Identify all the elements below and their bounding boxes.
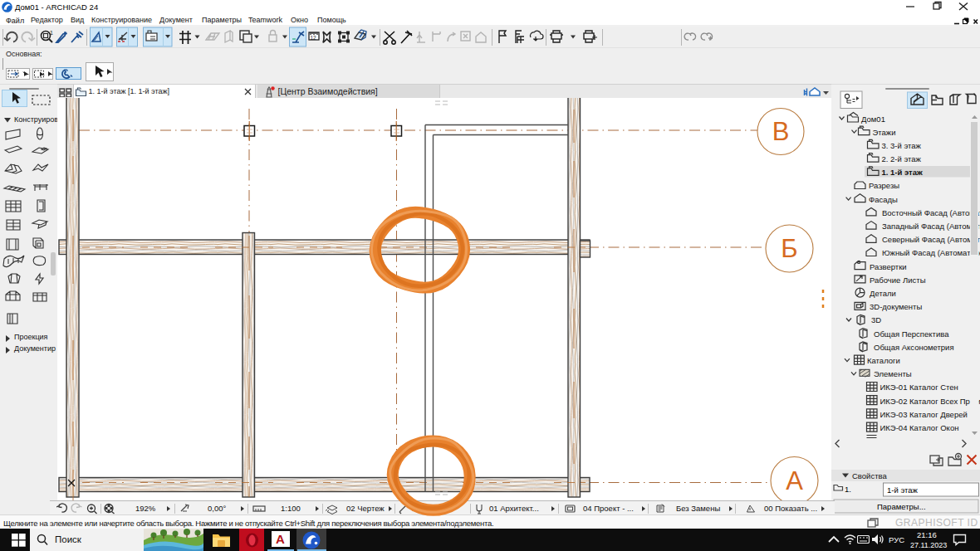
svg-text:Южный Фасад (Автоматическ: Южный Фасад (Автоматическ <box>882 248 980 257</box>
svg-text:Без Замены: Без Замены <box>676 504 720 513</box>
svg-text:Западный Фасад (Автоматиче: Западный Фасад (Автоматиче <box>882 222 980 231</box>
svg-text:Свойства: Свойства <box>852 471 887 480</box>
svg-text:1. 1-й этаж: 1. 1-й этаж <box>882 168 924 177</box>
svg-text:192%: 192% <box>135 504 156 513</box>
svg-text:Детали: Детали <box>870 289 896 298</box>
svg-text:1.: 1. <box>845 485 851 494</box>
svg-text:В: В <box>772 117 789 146</box>
svg-text:Б: Б <box>781 234 797 263</box>
svg-text:Элементы: Элементы <box>874 369 912 378</box>
svg-text:02 Чертеж: 02 Чертеж <box>346 504 385 513</box>
svg-text:12: 12 <box>311 34 317 40</box>
svg-text:3D: 3D <box>871 315 881 324</box>
svg-text:Дом01: Дом01 <box>861 115 885 124</box>
svg-text:Параметры...: Параметры... <box>877 502 926 511</box>
svg-text:Общая Перспектива: Общая Перспектива <box>874 329 949 339</box>
svg-text:ka Mo: ka Mo <box>412 504 434 513</box>
svg-text:ИКЭ-01 Каталог Стен: ИКЭ-01 Каталог Стен <box>880 383 958 392</box>
svg-text:Развертки: Развертки <box>870 262 907 271</box>
svg-text:Разрезы: Разрезы <box>869 181 899 190</box>
svg-text:Фасады: Фасады <box>869 195 898 204</box>
svg-text:01 Архитект...: 01 Архитект... <box>489 504 539 513</box>
svg-text:2. 2-й этаж: 2. 2-й этаж <box>882 154 922 163</box>
svg-text:Рабочие Листы: Рабочие Листы <box>870 276 926 285</box>
svg-text:3D-документы: 3D-документы <box>870 302 922 311</box>
svg-text:1: 1 <box>50 30 53 36</box>
svg-text:Этажи: Этажи <box>873 128 896 137</box>
svg-text:04 Проект - ...: 04 Проект - ... <box>583 504 634 513</box>
svg-text:00 Показать ...: 00 Показать ... <box>764 504 817 513</box>
svg-text:1-й этаж: 1-й этаж <box>887 485 919 495</box>
svg-text:Восточный Фасад (Автоматич: Восточный Фасад (Автоматич <box>882 208 980 217</box>
svg-text:ИКЭ-02 Каталог Всех Проем: ИКЭ-02 Каталог Всех Проем <box>880 397 980 406</box>
svg-text:Общая Аксонометрия: Общая Аксонометрия <box>874 343 954 352</box>
svg-text:ИКЭ-03 Каталог Дверей: ИКЭ-03 Каталог Дверей <box>880 410 968 419</box>
svg-text:0,00°: 0,00° <box>208 504 226 513</box>
svg-text:1:100: 1:100 <box>281 504 301 513</box>
svg-text:Каталоги: Каталоги <box>867 356 900 365</box>
svg-text:Северный Фасад (Автоматиче: Северный Фасад (Автоматиче <box>882 235 980 244</box>
svg-text:А: А <box>786 466 803 495</box>
svg-text:3. 3-й этаж: 3. 3-й этаж <box>882 141 922 150</box>
svg-text:ИКЭ-04 Каталог Окон: ИКЭ-04 Каталог Окон <box>880 423 959 432</box>
